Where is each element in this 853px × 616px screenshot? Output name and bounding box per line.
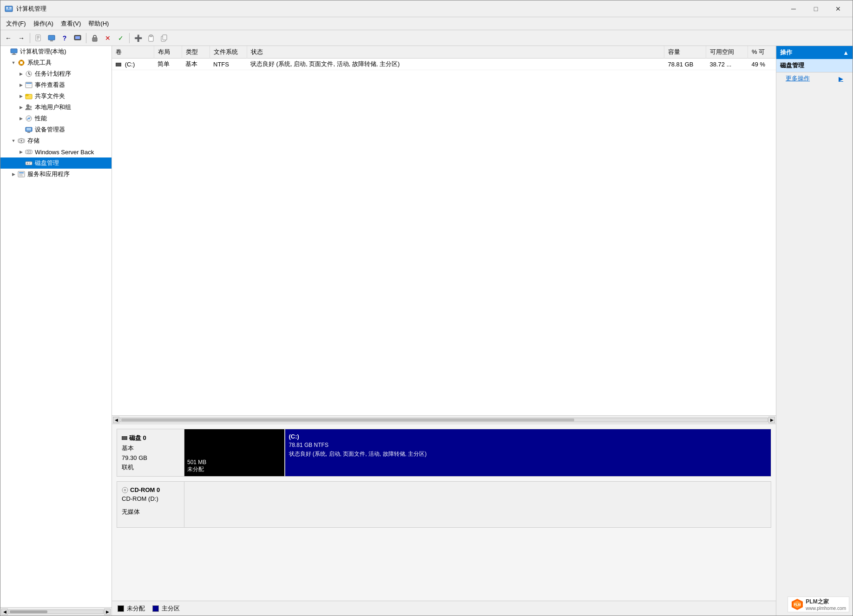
watermark-line1: PLM之家 [806, 598, 846, 606]
col-capacity[interactable]: 容量 [664, 46, 706, 59]
sidebar-item-shared-folders[interactable]: ▶ 共享文件夹 [0, 91, 112, 102]
table-scrollbar-track[interactable] [120, 418, 768, 422]
disk-icon-small [116, 63, 121, 66]
table-area: 卷 布局 类型 文件系统 状态 容量 可用空间 % 可 [112, 46, 776, 416]
sidebar-label-performance: 性能 [35, 114, 47, 123]
toolbar-lock-button[interactable] [89, 32, 101, 44]
sidebar-item-storage[interactable]: ▼ 存储 [0, 135, 112, 146]
col-type[interactable]: 类型 [182, 46, 210, 59]
col-percent[interactable]: % 可 [748, 46, 776, 59]
sidebar-item-event-viewer[interactable]: ▶ 事件查看器 [0, 79, 112, 91]
sidebar-item-services[interactable]: ▶ 服务和应用程序 [0, 169, 112, 180]
sidebar-item-system-tools[interactable]: ▼ 系统工具 [0, 57, 112, 68]
volume-table: 卷 布局 类型 文件系统 状态 容量 可用空间 % 可 [112, 46, 776, 70]
window: 计算机管理 ─ □ ✕ 文件(F) 操作(A) 查看(V) 帮助(H) ← → … [0, 0, 853, 616]
event-viewer-icon [25, 81, 33, 89]
sidebar-item-local-users[interactable]: ▶ 本地用户和组 [0, 102, 112, 113]
table-scrollbar-thumb[interactable] [121, 419, 574, 421]
toolbar-add-button[interactable]: ➕ [132, 32, 144, 44]
table-hscrollbar[interactable]: ◀ ▶ [112, 416, 776, 424]
title-bar: 计算机管理 ─ □ ✕ [0, 0, 853, 17]
menu-help[interactable]: 帮助(H) [85, 18, 112, 29]
col-volume[interactable]: 卷 [112, 46, 154, 59]
svg-rect-24 [19, 62, 20, 63]
sidebar-item-windows-backup[interactable]: ▶ Windows Server Back [0, 146, 112, 157]
right-panel-more-actions[interactable]: 更多操作 ▶ [776, 72, 853, 85]
col-filesystem[interactable]: 文件系统 [210, 46, 247, 59]
svg-rect-39 [27, 132, 30, 133]
svg-rect-2 [9, 7, 12, 9]
right-panel-collapse-icon[interactable]: ▲ [843, 49, 849, 56]
expand-icon-task: ▶ [17, 70, 25, 78]
toolbar-separator-2 [86, 33, 86, 43]
close-button[interactable]: ✕ [827, 2, 849, 16]
svg-rect-53 [19, 174, 24, 174]
table-row[interactable]: (C:) 简单 基本 NTFS 状态良好 (系统, 启动, 页面文件, 活动, … [112, 59, 776, 70]
watermark: PLM PLM之家 www.plmhome.com [787, 596, 849, 612]
scroll-right-btn[interactable]: ▶ [104, 609, 111, 615]
partition-unallocated[interactable]: 501 MB 未分配 [184, 429, 284, 476]
sidebar-label-system-tools: 系统工具 [27, 59, 52, 67]
svg-rect-23 [21, 64, 22, 66]
toolbar-help-button[interactable]: ? [59, 32, 71, 44]
sidebar-label-disk-management: 磁盘管理 [35, 159, 59, 167]
sidebar-label-shared-folders: 共享文件夹 [35, 92, 65, 100]
scroll-left-btn[interactable]: ◀ [1, 609, 8, 615]
minimize-button[interactable]: ─ [783, 2, 804, 16]
sidebar-item-computer-local[interactable]: 计算机管理(本地) [0, 46, 112, 57]
sidebar-item-disk-management[interactable]: 磁盘管理 [0, 157, 112, 169]
toolbar-paste-button[interactable] [158, 32, 170, 44]
disk-row-0: 磁盘 0 基本 79.30 GB 联机 501 MB 未分配 [117, 429, 771, 477]
legend-unallocated-box [118, 605, 124, 612]
toolbar-check-button[interactable]: ✓ [115, 32, 127, 44]
toolbar-separator-1 [30, 33, 30, 43]
menu-file[interactable]: 文件(F) [2, 18, 30, 29]
toolbar-screen-button[interactable] [72, 32, 84, 44]
computer-icon [10, 47, 18, 56]
partition-c[interactable]: (C:) 78.81 GB NTFS 状态良好 (系统, 启动, 页面文件, 活… [284, 429, 771, 476]
menu-action[interactable]: 操作(A) [30, 18, 57, 29]
menu-view[interactable]: 查看(V) [57, 18, 85, 29]
svg-text:PLM: PLM [794, 603, 801, 606]
back-button[interactable]: ← [2, 32, 14, 44]
col-layout[interactable]: 布局 [154, 46, 182, 59]
sidebar-hscrollbar[interactable]: ◀ ▶ [0, 607, 112, 616]
window-icon [4, 4, 13, 13]
sidebar-scrollbar-thumb[interactable] [10, 610, 47, 613]
svg-rect-55 [19, 176, 23, 176]
plm-logo-icon: PLM [791, 598, 804, 611]
svg-rect-9 [50, 40, 53, 41]
table-scroll-right[interactable]: ▶ [768, 417, 775, 423]
sidebar-scrollbar-track[interactable] [8, 609, 104, 614]
toolbar-doc-button[interactable] [33, 32, 45, 44]
cdrom-title: CD-ROM 0 [122, 486, 179, 493]
forward-button[interactable]: → [15, 32, 27, 44]
disk-0-size: 79.30 GB [122, 454, 179, 461]
col-status[interactable]: 状态 [247, 46, 664, 59]
svg-rect-17 [11, 49, 17, 53]
svg-rect-32 [26, 83, 32, 84]
disk-0-icon [122, 436, 127, 440]
performance-icon [25, 114, 33, 123]
toolbar-delete-button[interactable]: ✕ [102, 32, 114, 44]
sidebar-item-performance[interactable]: ▶ 性能 [0, 113, 112, 124]
toolbar-clipboard-button[interactable] [145, 32, 157, 44]
services-icon [17, 170, 26, 178]
svg-rect-52 [19, 172, 24, 173]
cdrom-status: 无媒体 [122, 508, 179, 516]
sidebar-item-device-manager[interactable]: 设备管理器 [0, 124, 112, 135]
partition-c-status: 状态良好 (系统, 启动, 页面文件, 活动, 故障转储, 主分区) [289, 450, 767, 458]
sidebar-item-task-scheduler[interactable]: ▶ 任务计划程序 [0, 68, 112, 79]
cdrom-icon [122, 487, 128, 493]
svg-rect-8 [48, 35, 55, 40]
svg-rect-54 [19, 175, 22, 175]
watermark-line2: www.plmhome.com [806, 606, 846, 611]
toolbar-computer-button[interactable] [46, 32, 58, 44]
table-scroll-left[interactable]: ◀ [113, 417, 119, 423]
right-panel-disk-management[interactable]: 磁盘管理 [776, 59, 853, 72]
col-free-space[interactable]: 可用空间 [706, 46, 748, 59]
sidebar-label-task-scheduler: 任务计划程序 [35, 70, 71, 78]
maximize-button[interactable]: □ [805, 2, 827, 16]
legend-unallocated-label: 未分配 [127, 604, 145, 613]
svg-rect-40 [26, 128, 31, 131]
